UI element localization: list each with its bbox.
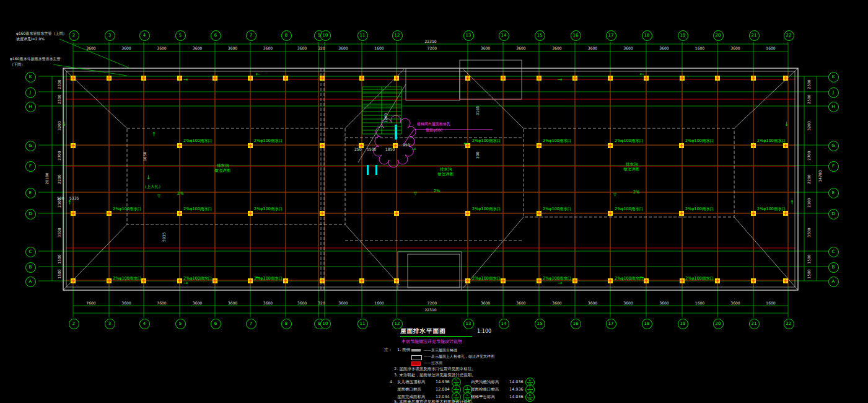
dim-label: 3600 [121,301,131,305]
annotation: 300 [476,152,480,159]
dim-label: 1600 [695,46,704,50]
axis-bubble: 16 [571,319,581,329]
dim-label: 3600 [297,301,307,305]
dim-label: 3600 [338,301,348,305]
dim-total: 20180 [45,172,49,184]
dim-label: 2500 [807,79,811,89]
annotation: 250 [354,148,361,151]
annotation: 5935 [162,232,166,242]
dim-label: 3600 [623,46,633,50]
dim-label: 3600 [263,46,273,50]
dim-label: 3600 [516,301,525,305]
notes-prefix: 注： [384,348,392,352]
annotation: 2%φ100雨水口 [757,207,786,211]
annotation: 2%φ100雨水口 [615,139,644,143]
dim-label: 3600 [481,301,490,305]
axis-bubble: 2 [69,319,79,329]
annotation: 2%φ100雨水口 [685,207,714,211]
slope-arrow: → [784,122,789,126]
leader-lines [53,39,130,76]
axis-bubble: 14 [499,319,509,329]
dim-label: 3500 [807,228,811,237]
axis-bubble: 15 [535,319,545,329]
dim-label: 3600 [481,46,490,50]
drawing-scale: 1:100 [477,329,491,334]
annotation: 排水沟 [626,162,638,167]
annotation: 1500 [367,148,376,151]
annotation: 1050 [143,152,147,161]
axis-bubble: B [828,262,839,273]
annotation: 2%φ100雨水口 [685,139,714,143]
annotation: 排水沟 [217,164,229,168]
annotation: 2%φ100雨水口 [472,277,501,281]
dim-label: 3600 [730,301,740,305]
annotation: 2%φ100雨水口 [254,139,283,143]
dim-total: 14780 [818,170,822,182]
annotation: 2% [177,192,183,196]
axis-bubble: 15 [535,30,545,41]
axis-bubble: 8 [281,30,292,41]
axis-bubble: 20 [713,30,724,41]
axis-bubble: K [828,72,839,82]
dim-label: 1600 [374,46,384,50]
axis-bubble: 7 [246,30,256,41]
annotation: 2% [434,189,440,193]
dim-total: 22310 [424,308,436,312]
elevation-row: 钢梯平台标高14.036816 [471,392,535,402]
slope-arrow: → [151,131,157,136]
dim-label: 1600 [766,301,775,305]
annotation: 500 [57,197,64,200]
annotation: 排水沟 [440,167,452,172]
annotation: 2%φ100雨水口 [472,139,501,143]
dim-label: 7200 [427,301,437,305]
axis-bubble: 22 [784,30,794,41]
axis-bubble: 13 [463,319,474,329]
dim-label: 3600 [121,46,131,50]
annotation: 2% [633,190,639,195]
note-4-prefix: 4. [390,380,393,384]
slope-arrow: → [255,71,260,77]
axis-bubble: H [828,102,839,112]
dim-label: 3600 [552,46,561,50]
axis-bubble: C [25,247,36,257]
drawing-subtitle: 本层节能做法详见节能设计说明 [401,340,462,344]
annotation: ▽ [157,194,160,198]
slope-arrow: → [146,175,151,180]
dim-label: 1500 [58,269,61,278]
axis-bubble: 17 [606,319,616,329]
annotation: 2%φ100雨水口 [113,277,142,281]
annotation: ▽ [414,192,417,196]
dim-label: 2500 [807,94,811,104]
note-5: 5. 本图未尽事宜详见相关大样图及设计说明。 [394,400,476,403]
axis-bubble: F [25,161,36,172]
dim-label: 3600 [623,301,633,305]
legend-swatch [411,361,421,366]
dim-label: 3600 [338,46,348,50]
axis-bubble: 19 [678,319,688,329]
slope-arrow: → [789,200,795,205]
dim-label: 3500 [58,228,61,237]
dim-label: 3600 [659,46,669,50]
axis-bubble: 11 [357,30,368,41]
axis-bubble: 4 [139,30,150,41]
dim-label: 2700 [807,151,811,160]
dim-label: 3600 [86,46,95,50]
slope-arrow: → [61,122,67,126]
dim-label: 2500 [58,94,61,104]
axis-bubble: 18 [642,30,652,41]
dim-label: 2100 [807,198,811,207]
building-outline [63,68,798,290]
dim-label: 1500 [58,254,61,264]
annotation: 2%φ100雨水口 [615,207,644,211]
title-underline [400,336,472,337]
annotation: 做法详图 [623,167,639,172]
annotation: 预留φ600 [426,128,442,132]
column-squares [71,76,788,283]
elevation-value: 14.036 [509,393,524,401]
dim-label: 3600 [730,46,740,50]
dim-label: 2200 [807,174,811,184]
annotation: 2%φ100雨水口 [113,207,142,211]
cad-canvas: 屋面排水平面图 1:100 本层节能做法详见节能设计说明 注： 1. 图例： —… [0,0,868,403]
dim-label: 3600 [588,301,597,305]
axis-bubble: A [828,277,839,287]
